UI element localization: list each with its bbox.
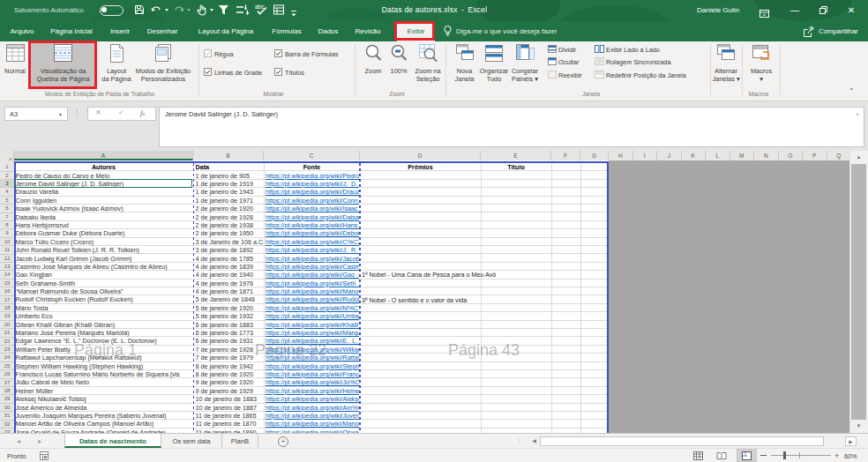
svg-text:abc: abc: [255, 4, 265, 10]
